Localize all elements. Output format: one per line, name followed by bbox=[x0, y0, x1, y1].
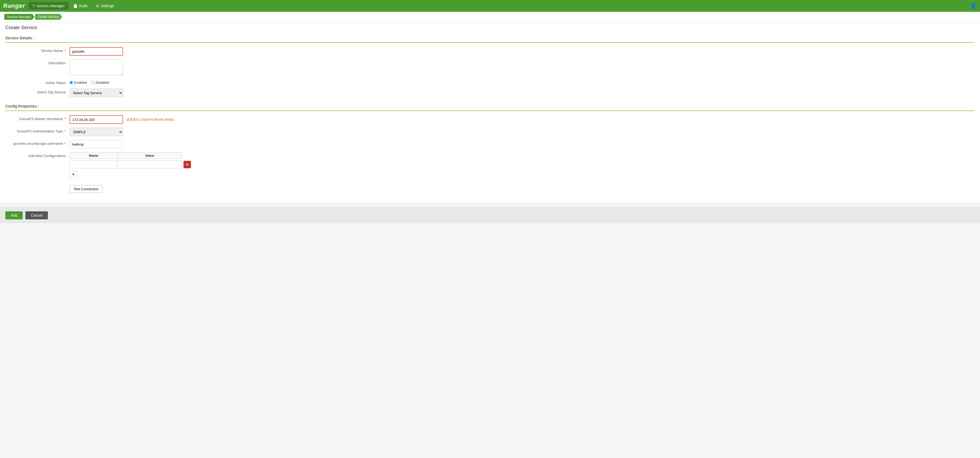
config-row-0: ✕ bbox=[70, 161, 191, 169]
disabled-radio-label[interactable]: Disabled bbox=[91, 81, 110, 84]
test-connection-button[interactable]: Test Connection bbox=[70, 185, 102, 193]
master-hostname-label: GooseFS Master HostName * bbox=[5, 115, 70, 121]
login-username-label: goosefs.security.login.username * bbox=[5, 140, 70, 146]
config-properties-section: Config Properties : GooseFS Master HostN… bbox=[5, 101, 975, 193]
cancel-button[interactable]: Cancel bbox=[25, 212, 48, 219]
breadcrumb-service-manager[interactable]: Service Manager bbox=[4, 14, 35, 20]
add-button[interactable]: Add bbox=[5, 212, 23, 219]
config-name-input-0[interactable] bbox=[70, 161, 118, 169]
test-connection-spacer bbox=[5, 182, 70, 183]
master-hostname-input[interactable] bbox=[70, 115, 123, 124]
breadcrumb: Service Manager Create Service bbox=[0, 12, 980, 22]
description-input[interactable] bbox=[70, 59, 123, 75]
enabled-radio[interactable] bbox=[70, 81, 73, 84]
top-nav: Ranger 🛡 Access Manager 📄 Audit ⚙ Settin… bbox=[0, 0, 980, 12]
active-status-radio-group: Enabled Disabled bbox=[70, 79, 109, 84]
main-content: Service Details : Service Name * Descrip… bbox=[0, 33, 980, 202]
new-configurations-label: Add New Configurations bbox=[5, 152, 70, 158]
master-hostname-hint: 这里填写 GooseFS Master 的地址 bbox=[126, 115, 175, 122]
footer-bar: Add Cancel bbox=[0, 207, 980, 223]
settings-icon: ⚙ bbox=[96, 4, 99, 8]
auth-type-row: GooseFS Authentication Type * SIMPLE KER… bbox=[5, 127, 975, 136]
select-tag-service-dropdown[interactable]: Select Tag Service bbox=[70, 89, 123, 97]
service-details-title: Service Details : bbox=[5, 33, 975, 43]
auth-type-select[interactable]: SIMPLE KERBEROS bbox=[70, 127, 123, 136]
brand-logo[interactable]: Ranger bbox=[3, 2, 25, 10]
configurations-table: Name Value ✕ + bbox=[70, 152, 191, 178]
select-tag-service-row: Select Tag Service Select Tag Service bbox=[5, 89, 975, 97]
master-hostname-row: GooseFS Master HostName * 这里填写 GooseFS M… bbox=[5, 115, 975, 124]
description-row: Description bbox=[5, 59, 975, 75]
test-connection-row: Test Connection bbox=[5, 182, 975, 193]
service-name-row: Service Name * bbox=[5, 47, 975, 56]
enabled-radio-label[interactable]: Enabled bbox=[70, 81, 87, 84]
config-value-header: Value bbox=[118, 152, 182, 159]
disabled-radio[interactable] bbox=[91, 81, 95, 84]
new-configurations-row: Add New Configurations Name Value ✕ + bbox=[5, 152, 975, 178]
login-username-required: * bbox=[64, 142, 66, 146]
user-icon[interactable]: 👤 bbox=[970, 3, 977, 9]
page-title-bar: Create Service bbox=[0, 22, 980, 33]
auth-type-required: * bbox=[64, 129, 66, 133]
audit-icon: 📄 bbox=[73, 4, 78, 8]
active-status-row: Active Status Enabled Disabled bbox=[5, 79, 975, 85]
auth-type-label: GooseFS Authentication Type * bbox=[5, 127, 70, 133]
config-properties-title: Config Properties : bbox=[5, 101, 975, 111]
service-name-required: * bbox=[64, 49, 66, 53]
add-config-row-button[interactable]: + bbox=[70, 171, 77, 178]
active-status-label: Active Status bbox=[5, 79, 70, 85]
config-value-input-0[interactable] bbox=[118, 161, 182, 169]
access-manager-icon: 🛡 bbox=[32, 4, 36, 8]
description-label: Description bbox=[5, 59, 70, 65]
master-hostname-required: * bbox=[64, 117, 66, 121]
select-tag-service-label: Select Tag Service bbox=[5, 89, 70, 94]
nav-access-manager[interactable]: 🛡 Access Manager bbox=[29, 2, 68, 10]
login-username-input[interactable] bbox=[70, 140, 123, 148]
config-table-header: Name Value bbox=[70, 152, 191, 159]
service-name-input[interactable] bbox=[70, 47, 123, 56]
login-username-row: goosefs.security.login.username * bbox=[5, 140, 975, 148]
delete-config-row-button[interactable]: ✕ bbox=[183, 161, 191, 168]
nav-settings[interactable]: ⚙ Settings bbox=[92, 2, 118, 10]
breadcrumb-create-service[interactable]: Create Service bbox=[35, 14, 62, 20]
service-name-label: Service Name * bbox=[5, 47, 70, 53]
nav-audit[interactable]: 📄 Audit bbox=[70, 2, 91, 10]
service-details-section: Service Details : Service Name * Descrip… bbox=[5, 33, 975, 97]
page-title: Create Service bbox=[5, 25, 975, 30]
config-name-header: Name bbox=[70, 152, 118, 159]
